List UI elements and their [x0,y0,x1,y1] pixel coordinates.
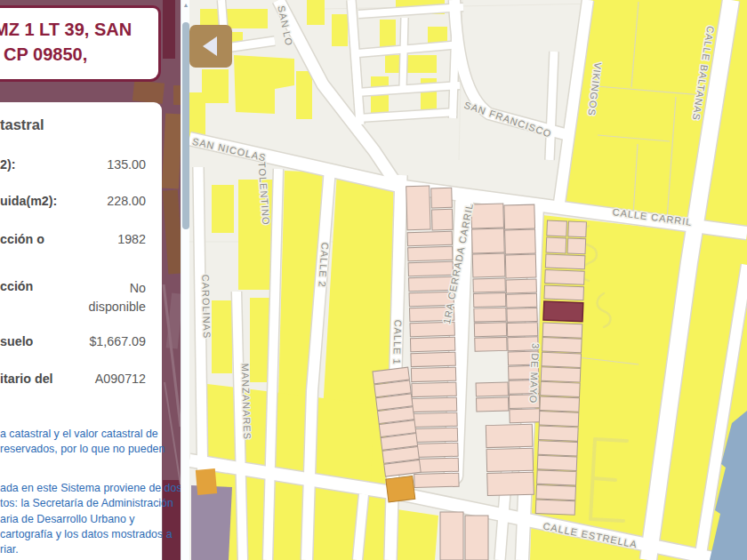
orange-parcel [196,468,217,495]
parcel [474,308,506,322]
parcel [411,367,455,381]
property-label: cción [0,279,33,293]
parcel [440,512,463,560]
cadastral-info-card: tastral 2): 135.00 uida(m2): 228.00 cció… [0,102,162,560]
parcel [544,285,584,300]
parcel [535,500,575,515]
map-container: SAN LO SAN NICOLAS TOLENTINO SAN FRANCIS… [189,0,747,560]
parcel [539,412,579,427]
property-label: uida(m2): [0,194,57,208]
parcel [542,323,582,338]
parcel [505,254,536,278]
parcel [504,204,535,229]
left-arrow-icon [203,36,217,56]
property-row: 2): 135.00 [0,157,146,172]
parcel [408,246,453,260]
scrollbar-thumb[interactable] [182,22,189,229]
parcel [411,352,455,366]
svg-text:CAROLINAS: CAROLINAS [200,274,213,339]
parcel [410,337,454,351]
property-label: 2): [0,157,15,172]
parcel [567,238,586,254]
parcel [539,426,579,441]
parcel [473,293,505,308]
parcel [536,484,576,500]
property-label: cción o [0,232,44,246]
parcel [406,186,430,230]
app-window: MZ 1 LT 39, SAN , CP 09850, tastral 2): … [0,0,747,560]
parcel [507,308,537,322]
parcel [476,382,508,396]
parcel [541,381,581,396]
property-row: itario del A090712 [0,372,146,386]
parcel [510,409,540,423]
parcel [413,412,457,427]
parcel [414,473,459,487]
parcel [486,448,534,471]
property-value: $1,667.09 [89,334,146,348]
svg-text:CALLE 1: CALLE 1 [391,319,403,364]
parcel [431,188,453,208]
parcel [506,293,536,308]
parcel [505,229,536,254]
scrollbar-up-icon[interactable]: ▲ [181,0,189,11]
parcel [477,397,509,412]
parcel [547,220,567,236]
property-row: cción No disponible [0,279,146,316]
parcel [486,424,533,447]
parcel [541,367,581,382]
card-heading: tastral [0,116,44,133]
parcel [475,337,507,351]
parcel [472,228,505,253]
property-value: 135.00 [107,157,146,172]
parcel [542,338,582,353]
property-value: 228.00 [107,194,146,208]
parcel [414,443,458,457]
parcel [407,231,452,245]
parcel [568,221,587,237]
selected-parcel[interactable] [543,301,583,322]
parcel [545,254,585,269]
parcel [546,237,566,253]
property-label: suelo [0,334,33,348]
svg-text:MANZANARES: MANZANARES [240,364,253,441]
parcel [545,270,585,285]
parcel [386,476,415,501]
parcel [542,352,582,367]
parcel [540,396,580,412]
source-note: ada en este Sistema proviene de dos tos:… [0,481,153,557]
parcel [507,323,537,337]
address-popup: MZ 1 LT 39, SAN , CP 09850, [0,5,161,82]
property-value: No disponible [89,279,146,316]
panel-scrollbar[interactable]: ▲ [181,0,189,560]
parcel [413,428,457,442]
popup-address-line: MZ 1 LT 39, SAN [0,17,158,42]
property-value: 1982 [117,232,146,246]
legal-note: a catastral y el valor catastral de rese… [0,427,153,458]
parcel [537,455,577,470]
popup-address-line: , CP 09850, [0,42,158,67]
parcel [473,278,505,292]
property-value: A090712 [95,372,146,386]
map-canvas[interactable]: SAN LO SAN NICOLAS TOLENTINO SAN FRANCIS… [189,0,747,560]
collapse-sidebar-button[interactable] [189,25,232,68]
property-row: suelo $1,667.09 [0,334,146,348]
purple-parcel [191,485,232,560]
parcel [487,472,534,495]
parcel [431,209,453,230]
parcel [537,470,577,485]
parcel [506,279,536,293]
parcel [538,441,578,456]
sidebar-panel: MZ 1 LT 39, SAN , CP 09850, tastral 2): … [0,0,189,560]
parcel [465,516,488,560]
parcel [471,204,504,228]
property-row: cción o 1982 [0,232,146,246]
parcel [408,261,453,276]
property-label: itario del [0,372,53,386]
property-row: uida(m2): 228.00 [0,194,146,208]
parcel [412,382,456,396]
parcel [412,397,456,412]
parcel [472,253,505,277]
parcel [474,323,506,337]
